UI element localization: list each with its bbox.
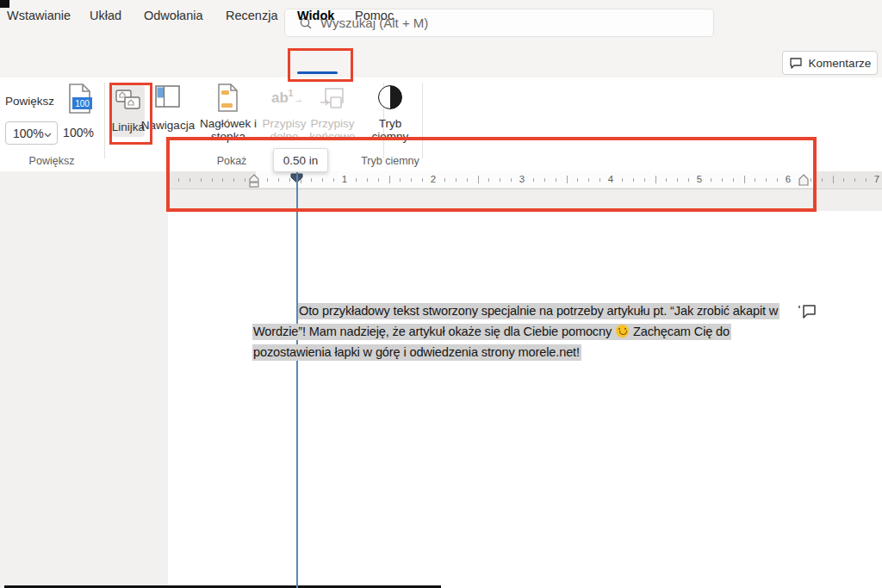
ruler-tick (843, 178, 844, 182)
annotation-box-ruler (166, 137, 817, 212)
indent-tooltip: 0.50 in (273, 148, 328, 172)
navigation-icon (155, 85, 181, 112)
document-page[interactable] (168, 211, 882, 588)
ruler-tick (822, 178, 823, 182)
document-text-line-3[interactable]: pozostawienia łapki w górę i odwiedzenia… (252, 344, 581, 361)
tab-widok[interactable]: Widok (297, 0, 334, 30)
comments-button[interactable]: Komentarze (782, 51, 878, 75)
group-separator (104, 83, 105, 158)
tab-odwolania[interactable]: Odwołania (144, 0, 203, 30)
annotation-box-widok (288, 48, 353, 82)
comments-button-label: Komentarze (809, 57, 872, 70)
comment-bubble-icon (789, 57, 803, 70)
zoom-dropdown-value: 100% (13, 127, 44, 140)
tab-wstawianie[interactable]: Wstawianie (7, 0, 71, 30)
word-window: Wyszukaj (Alt + M) Wstawianie Układ Odwo… (0, 0, 882, 588)
ruler-tick (833, 176, 834, 183)
smiley-emoji (616, 325, 629, 337)
zoom-100-label: 100% (62, 127, 95, 139)
ribbon-tab-row (0, 47, 882, 77)
ruler-tick (866, 178, 866, 182)
indent-tooltip-value: 0.50 in (283, 154, 319, 167)
zoom-100-button[interactable]: 100 100% (62, 84, 95, 144)
chevron-down-icon (44, 127, 52, 140)
comment-anchor-icon[interactable] (798, 303, 817, 324)
ruler-number: 7 (874, 174, 879, 184)
workspace-background (0, 171, 168, 588)
endnotes-icon (319, 87, 345, 115)
header-footer-icon (216, 84, 239, 115)
footnotes-icon: ab1→ (271, 89, 303, 107)
ruler-tick (854, 178, 855, 182)
tab-uklad[interactable]: Układ (90, 0, 121, 30)
document-text-line-2[interactable]: Wordzie”! Mam nadzieję, że artykuł okaże… (252, 323, 731, 340)
search-input[interactable]: Wyszukaj (Alt + M) (284, 9, 714, 37)
group-label-powieksz: Powiększ (0, 155, 103, 167)
annotation-box-linijka (109, 83, 152, 145)
tab-recenzja[interactable]: Recenzja (226, 0, 277, 30)
indent-guide-line (296, 171, 298, 588)
tab-pomoc[interactable]: Pomoc (355, 0, 394, 30)
dark-mode-icon (378, 85, 402, 109)
document-text-line-1[interactable]: Oto przykładowy tekst stworzony specjaln… (298, 302, 780, 319)
zoom-100-badge: 100 (72, 97, 92, 109)
zoom-dropdown[interactable]: 100% (5, 121, 58, 145)
